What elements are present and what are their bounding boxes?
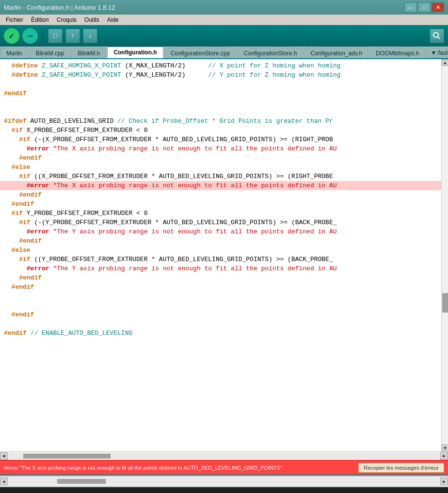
code-container: #define Z_SAFE_HOMING_X_POINT (X_MAX_LEN… bbox=[0, 59, 448, 451]
code-line-1: #define Z_SAFE_HOMING_X_POINT (X_MAX_LEN… bbox=[0, 61, 441, 70]
tabs: Marlin BlinkM.cpp BlinkM.h Configuration… bbox=[0, 47, 448, 59]
tab-blinkm-h[interactable]: BlinkM.h bbox=[71, 48, 106, 58]
close-button[interactable]: ✕ bbox=[432, 2, 444, 12]
code-line-8: #if X_PROBE_OFFSET_FROM_EXTRUDER < 0 bbox=[0, 126, 441, 135]
error-message: #error "The X axis probing range is not … bbox=[4, 465, 358, 471]
maximize-button[interactable]: □ bbox=[418, 2, 431, 12]
code-line-9: #if (-(X_PROBE_OFFSET_FROM_EXTRUDER * AU… bbox=[0, 135, 441, 144]
code-line-22: #if ((Y_PROBE_OFFSET_FROM_EXTRUDER * AUT… bbox=[0, 255, 441, 264]
code-content[interactable]: #define Z_SAFE_HOMING_X_POINT (X_MAX_LEN… bbox=[0, 59, 441, 451]
code-line-19: #error "The Y axis probing range is not … bbox=[0, 227, 441, 236]
tab-dogmbitmaps-h[interactable]: DOGMbitmaps.h bbox=[369, 48, 425, 58]
toolbar: ✓ → □ ↑ ↓ bbox=[0, 25, 448, 47]
bottom-hscroll-thumb[interactable] bbox=[57, 479, 106, 484]
tab-configurationstore-cpp[interactable]: ConfigurationStore.cpp bbox=[164, 48, 237, 58]
vertical-scrollbar[interactable]: ▲ ▼ bbox=[441, 59, 448, 451]
bottom-hscroll-track[interactable] bbox=[9, 478, 439, 484]
code-line-7: #ifdef AUTO_BED_LEVELING_GRID // Check i… bbox=[0, 116, 441, 126]
svg-line-1 bbox=[438, 37, 440, 39]
bottom-scroll-left[interactable]: ◀ bbox=[0, 477, 8, 485]
code-line-27 bbox=[0, 301, 441, 310]
minimize-button[interactable]: — bbox=[404, 2, 417, 12]
save-button[interactable]: ↓ bbox=[83, 29, 97, 43]
menu-fichier[interactable]: Fichier bbox=[2, 16, 27, 24]
code-line-24: #endif bbox=[0, 273, 441, 282]
scroll-right-button[interactable]: ▶ bbox=[440, 452, 448, 460]
menu-outils[interactable]: Outils bbox=[80, 16, 103, 24]
search-button[interactable] bbox=[430, 29, 444, 43]
titlebar: Marlin - Configuration.h | Arduino 1.8.1… bbox=[0, 0, 448, 15]
copy-messages-button[interactable]: Recopier les messages d'erreur bbox=[358, 463, 444, 473]
code-line-3 bbox=[0, 80, 441, 89]
code-line-26 bbox=[0, 292, 441, 301]
code-line-18: #if (-(Y_PROBE_OFFSET_FROM_EXTRUDER * AU… bbox=[0, 218, 441, 227]
window-title: Marlin - Configuration.h | Arduino 1.8.1… bbox=[4, 4, 404, 11]
horizontal-scrollbar[interactable]: ◀ ▶ bbox=[0, 451, 448, 460]
code-line-20: #endif bbox=[0, 236, 441, 246]
upload-button[interactable]: → bbox=[22, 28, 38, 44]
code-line-13: #if ((X_PROBE_OFFSET_FROM_EXTRUDER * AUT… bbox=[0, 172, 441, 181]
code-line-23: #error "The Y axis probing range is not … bbox=[0, 264, 441, 273]
code-line-10: #error "The X axis probing range is not … bbox=[0, 144, 441, 153]
code-line-17: #if Y_PROBE_OFFSET_FROM_EXTRUDER < 0 bbox=[0, 209, 441, 218]
tab-blinkm-cpp[interactable]: BlinkM.cpp bbox=[30, 48, 71, 58]
code-line-16: #endif bbox=[0, 199, 441, 209]
tab-more[interactable]: ▼:fault bbox=[426, 48, 448, 58]
bottom-scroll-right[interactable]: ▶ bbox=[440, 477, 448, 485]
scroll-up-button[interactable]: ▲ bbox=[442, 59, 448, 66]
code-line-28: #endif bbox=[0, 310, 441, 319]
tab-marlin[interactable]: Marlin bbox=[0, 48, 29, 58]
code-line-5 bbox=[0, 98, 441, 107]
menu-aide[interactable]: Aide bbox=[103, 16, 123, 24]
code-line-4: #endif bbox=[0, 89, 441, 98]
statusbar: #error "The X axis probing range is not … bbox=[0, 460, 448, 475]
scroll-left-button[interactable]: ◀ bbox=[0, 452, 8, 460]
code-line-2: #define Z_SAFE_HOMING_Y_POINT (Y_MAX_LEN… bbox=[0, 70, 441, 80]
menu-edition[interactable]: Édition bbox=[27, 16, 53, 24]
window-controls: — □ ✕ bbox=[404, 2, 444, 12]
bottom-bar: ◀ ▶ bbox=[0, 475, 448, 487]
hscroll-track[interactable] bbox=[9, 453, 439, 459]
tab-configuration-h[interactable]: Configuration.h bbox=[107, 47, 163, 58]
code-line-14: #error "The X axis probing range is not … bbox=[0, 181, 441, 190]
svg-point-0 bbox=[433, 33, 438, 37]
open-button[interactable]: ↑ bbox=[65, 29, 80, 43]
search-icon bbox=[433, 32, 441, 40]
code-line-21: #else bbox=[0, 246, 441, 255]
tab-configuration-adv-h[interactable]: Configuration_adv.h bbox=[304, 48, 369, 58]
toolbar-separator bbox=[43, 29, 43, 43]
code-line-6 bbox=[0, 107, 441, 116]
scroll-thumb[interactable] bbox=[442, 293, 448, 312]
scroll-track[interactable] bbox=[442, 66, 448, 444]
new-button[interactable]: □ bbox=[48, 29, 63, 43]
tab-configurationstore-h[interactable]: ConfigurationStore.h bbox=[237, 48, 303, 58]
code-line-11: #endif bbox=[0, 153, 441, 163]
code-line-12: #else bbox=[0, 163, 441, 172]
menu-croquis[interactable]: Croquis bbox=[53, 16, 80, 24]
code-line-15: #endif bbox=[0, 190, 441, 199]
code-line-30: #endif // ENABLE_AUTO_BED_LEVELING bbox=[0, 329, 441, 338]
code-line-29 bbox=[0, 319, 441, 329]
hscroll-thumb[interactable] bbox=[23, 454, 111, 459]
verify-button[interactable]: ✓ bbox=[4, 28, 19, 44]
menubar: Fichier Édition Croquis Outils Aide bbox=[0, 15, 448, 25]
code-line-25: #endif bbox=[0, 282, 441, 292]
bottom-hscroll[interactable]: ◀ ▶ bbox=[0, 477, 448, 486]
scroll-down-button[interactable]: ▼ bbox=[442, 444, 448, 451]
